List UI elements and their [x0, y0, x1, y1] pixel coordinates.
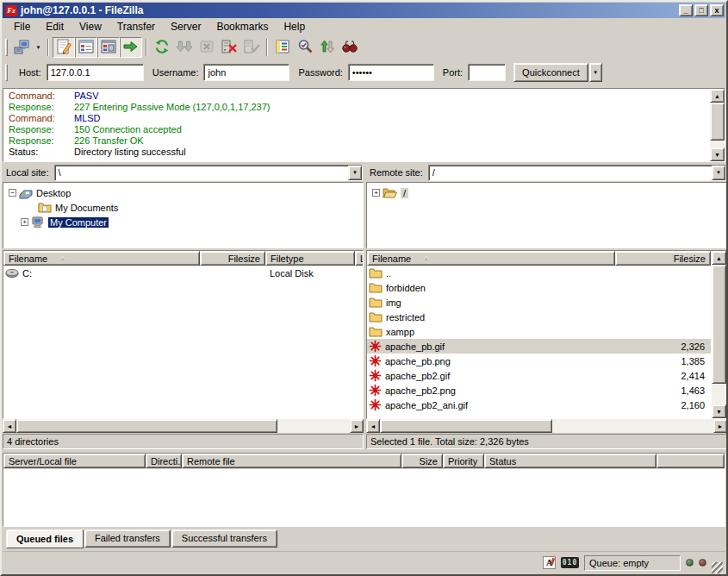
message-log[interactable]: Command:PASV Response:227 Entering Passi…: [3, 88, 725, 162]
log-scrollbar[interactable]: ▲ ▼: [710, 89, 725, 161]
local-tree[interactable]: − Desktop My Documents + My Computer: [3, 182, 364, 248]
menu-file[interactable]: File: [6, 19, 38, 35]
queue-column-size[interactable]: Size: [401, 454, 443, 468]
tree-item-my-documents[interactable]: My Documents: [3, 200, 363, 215]
local-column-filetype[interactable]: Filetype: [265, 251, 355, 266]
directory-listing-filters-button[interactable]: [271, 37, 294, 58]
quickbar-grip[interactable]: [5, 64, 8, 81]
queue-column-status[interactable]: Status: [484, 454, 656, 468]
tab-successful-transfers[interactable]: Successful transfers: [171, 529, 277, 548]
scroll-down-icon[interactable]: ▼: [710, 147, 725, 161]
directory-comparison-button[interactable]: [294, 37, 316, 58]
remote-tree[interactable]: + /: [366, 182, 727, 248]
username-input[interactable]: [203, 64, 289, 81]
scroll-up-icon[interactable]: ▲: [710, 89, 725, 103]
remote-file-row[interactable]: ..: [367, 266, 711, 280]
tree-item-my-computer[interactable]: + My Computer: [3, 215, 363, 229]
cancel-operation-button[interactable]: [196, 37, 218, 58]
scrollbar-track[interactable]: [552, 419, 713, 433]
local-column-filesize[interactable]: Filesize: [200, 251, 265, 266]
scroll-left-icon[interactable]: ◄: [366, 419, 380, 433]
scrollbar-track[interactable]: [712, 384, 726, 404]
process-queue-button[interactable]: [173, 37, 196, 58]
quickconnect-dropdown[interactable]: ▼: [589, 63, 602, 82]
local-file-row[interactable]: C: Local Disk: [3, 266, 363, 280]
remote-file-row[interactable]: apache_pb2.gif2,414: [367, 368, 711, 383]
menu-view[interactable]: View: [72, 19, 109, 35]
site-manager-button[interactable]: [10, 37, 33, 58]
scrollbar-thumb[interactable]: [16, 419, 277, 433]
toggle-remote-treeview-button[interactable]: [97, 37, 120, 58]
find-files-button[interactable]: [339, 37, 361, 58]
refresh-button[interactable]: [151, 37, 173, 58]
scroll-up-icon[interactable]: ▲: [712, 251, 726, 265]
expand-expander-icon[interactable]: +: [372, 189, 380, 197]
scroll-right-icon[interactable]: ►: [350, 419, 364, 433]
port-input[interactable]: [468, 64, 506, 81]
local-site-combo[interactable]: \ ▼: [54, 165, 363, 181]
tab-failed-transfers[interactable]: Failed transfers: [84, 529, 171, 548]
menu-bookmarks[interactable]: Bookmarks: [208, 19, 276, 35]
queue-column-remote-file[interactable]: Remote file: [182, 454, 401, 468]
remote-file-row-selected[interactable]: apache_pb.gif2,326: [367, 339, 711, 354]
menu-help[interactable]: Help: [276, 19, 313, 35]
remote-file-row[interactable]: apache_pb2.png1,463: [367, 383, 711, 398]
scroll-right-icon[interactable]: ►: [713, 419, 727, 433]
remote-column-filesize[interactable]: Filesize: [615, 251, 711, 266]
local-site-dropdown[interactable]: ▼: [348, 166, 362, 180]
transfer-queue[interactable]: Server/Local file Directi... Remote file…: [3, 453, 725, 527]
remote-file-list[interactable]: Filename▲ Filesize .. forbidden img rest…: [366, 250, 727, 419]
minimize-button[interactable]: _: [679, 4, 693, 16]
site-manager-dropdown[interactable]: ▼: [33, 38, 44, 57]
toggle-transfer-queue-button[interactable]: [120, 37, 142, 58]
scrollbar-track[interactable]: [710, 141, 725, 147]
scrollbar-track[interactable]: [277, 419, 350, 433]
close-button[interactable]: x: [710, 4, 724, 16]
scrollbar-thumb[interactable]: [380, 419, 552, 433]
tree-item-root[interactable]: + /: [367, 185, 726, 200]
local-file-list[interactable]: Filename▲ Filesize Filetype L C: Local D…: [3, 250, 364, 419]
queue-column-direction[interactable]: Directi...: [146, 454, 182, 468]
menu-server[interactable]: Server: [163, 19, 208, 35]
collapse-expander-icon[interactable]: −: [9, 189, 16, 197]
resize-grip[interactable]: [712, 562, 723, 573]
remote-vertical-scrollbar[interactable]: ▲ ▼: [712, 251, 726, 418]
remote-file-row[interactable]: img: [367, 295, 711, 310]
tab-queued-files[interactable]: Queued files: [6, 529, 84, 548]
menu-edit[interactable]: Edit: [38, 19, 72, 35]
title-bar[interactable]: Fz john@127.0.0.1 - FileZilla _ □ x: [3, 3, 725, 18]
queue-column-server-local-file[interactable]: Server/Local file: [3, 454, 146, 468]
remote-file-row[interactable]: apache_pb2_ani.gif2,160: [367, 398, 711, 412]
scrollbar-thumb[interactable]: [712, 265, 726, 384]
ascii-transfer-type-icon[interactable]: A: [543, 556, 556, 569]
binary-transfer-type-icon[interactable]: 010: [561, 557, 579, 568]
remote-file-row[interactable]: xampp: [367, 324, 711, 339]
toggle-message-log-button[interactable]: [53, 37, 75, 58]
reconnect-button[interactable]: [240, 37, 263, 58]
tree-item-desktop[interactable]: − Desktop: [3, 185, 363, 200]
toggle-local-treeview-button[interactable]: [75, 37, 97, 58]
remote-site-dropdown[interactable]: ▼: [712, 166, 725, 180]
menu-transfer[interactable]: Transfer: [109, 19, 163, 35]
expand-expander-icon[interactable]: +: [21, 218, 28, 226]
scroll-down-icon[interactable]: ▼: [712, 404, 726, 418]
remote-file-row[interactable]: forbidden: [367, 280, 711, 295]
host-input[interactable]: [47, 64, 144, 81]
disconnect-button[interactable]: [218, 37, 240, 58]
password-input[interactable]: [348, 64, 434, 81]
quickconnect-button[interactable]: Quickconnect: [513, 63, 588, 82]
remote-column-filename[interactable]: Filename▲: [367, 251, 615, 266]
queue-column-priority[interactable]: Priority: [443, 454, 484, 468]
maximize-button[interactable]: □: [694, 4, 708, 16]
remote-horizontal-scrollbar[interactable]: ◄ ►: [366, 419, 727, 433]
toolbar-grip[interactable]: [5, 39, 8, 56]
remote-site-combo[interactable]: / ▼: [428, 165, 726, 181]
remote-file-row[interactable]: restricted: [367, 310, 711, 324]
local-column-filename[interactable]: Filename▲: [3, 251, 200, 266]
local-column-last-modified[interactable]: L: [355, 251, 364, 266]
scroll-left-icon[interactable]: ◄: [3, 419, 16, 433]
remote-file-row[interactable]: apache_pb.png1,385: [367, 354, 711, 368]
local-horizontal-scrollbar[interactable]: ◄ ►: [3, 419, 364, 433]
scrollbar-thumb[interactable]: [710, 103, 725, 141]
synchronized-browsing-button[interactable]: [316, 37, 339, 58]
